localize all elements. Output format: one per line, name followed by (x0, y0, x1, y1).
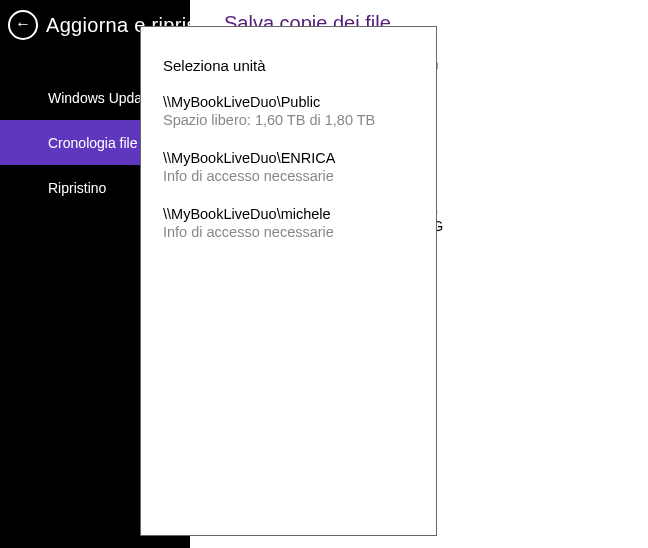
sidebar-item-label: Windows Update (48, 90, 154, 106)
drive-path: \\MyBookLiveDuo\michele (163, 206, 416, 222)
back-arrow-icon: ← (15, 16, 31, 32)
drive-path: \\MyBookLiveDuo\Public (163, 94, 416, 110)
drive-path: \\MyBookLiveDuo\ENRICA (163, 150, 416, 166)
select-drive-flyout: Seleziona unità \\MyBookLiveDuo\Public S… (140, 26, 437, 536)
drive-subtext: Info di accesso necessarie (163, 168, 416, 184)
drive-option[interactable]: \\MyBookLiveDuo\michele Info di accesso … (163, 206, 416, 240)
sidebar-item-label: Cronologia file (48, 135, 138, 151)
drive-subtext: Spazio libero: 1,60 TB di 1,80 TB (163, 112, 416, 128)
drive-subtext: Info di accesso necessarie (163, 224, 416, 240)
drive-option[interactable]: \\MyBookLiveDuo\ENRICA Info di accesso n… (163, 150, 416, 184)
flyout-title: Seleziona unità (163, 57, 416, 74)
sidebar-item-label: Ripristino (48, 180, 106, 196)
drive-option[interactable]: \\MyBookLiveDuo\Public Spazio libero: 1,… (163, 94, 416, 128)
back-button[interactable]: ← (8, 10, 38, 40)
